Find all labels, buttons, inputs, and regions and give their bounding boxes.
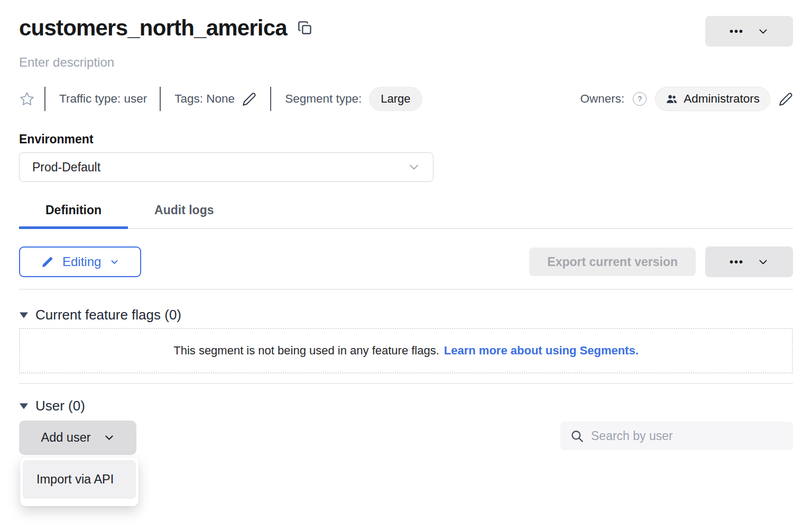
copy-name-button[interactable] (298, 21, 312, 35)
meta-row: Traffic type: user Tags: None Segment ty… (19, 86, 793, 112)
search-by-user-input[interactable] (591, 429, 783, 443)
star-icon (19, 91, 35, 107)
chevron-down-icon (758, 26, 769, 37)
add-user-button[interactable]: Add user (19, 421, 136, 455)
caret-down-icon (19, 403, 29, 410)
owners-group: Owners: ? Administrators (580, 87, 793, 111)
page-title: customers_north_america (19, 16, 287, 40)
segment-type-badge: Large (369, 87, 422, 111)
section-divider (19, 383, 793, 384)
section-divider (19, 289, 793, 290)
toolbar-right: Export current version ••• (529, 246, 793, 277)
search-box (560, 422, 793, 450)
edit-owners-button[interactable] (779, 92, 793, 106)
owners-badge: Administrators (655, 87, 770, 111)
export-current-version-button[interactable]: Export current version (529, 248, 696, 276)
user-row: Add user Import via API (19, 421, 793, 455)
segment-detail-page: customers_north_america ••• Enter descri… (0, 0, 812, 530)
owners-help-icon[interactable]: ? (633, 92, 647, 106)
divider (160, 87, 161, 111)
owners-label: Owners: (580, 92, 624, 106)
toolbar-more-button[interactable]: ••• (705, 246, 793, 277)
header-more-button[interactable]: ••• (705, 16, 793, 47)
copy-icon (298, 21, 312, 35)
tags-label: Tags: None (174, 92, 235, 106)
tags-group: Tags: None (174, 92, 256, 106)
edit-tags-button[interactable] (242, 92, 256, 106)
editing-status-button[interactable]: Editing (19, 246, 141, 277)
user-heading: User (0) (35, 398, 85, 414)
pencil-icon (41, 256, 53, 268)
description-placeholder[interactable]: Enter description (19, 55, 114, 70)
users-icon (666, 93, 678, 105)
menu-item-import-via-api[interactable]: Import via API (23, 460, 136, 499)
add-user-label: Add user (41, 431, 90, 445)
caret-down-icon (19, 312, 29, 319)
toolbar: Editing Export current version ••• (19, 246, 793, 277)
chevron-down-icon (110, 258, 119, 267)
environment-label: Environment (19, 132, 793, 147)
chevron-down-icon (104, 432, 115, 443)
feature-flags-heading: Current feature flags (0) (35, 307, 181, 323)
ellipsis-icon: ••• (730, 257, 744, 267)
feature-flags-section-toggle[interactable]: Current feature flags (0) (19, 307, 181, 323)
environment-selected-value: Prod-Default (32, 160, 100, 175)
tab-bar: Definition Audit logs (19, 203, 793, 229)
empty-state-text: This segment is not being used in any fe… (173, 344, 439, 358)
feature-flags-empty-state: This segment is not being used in any fe… (19, 328, 793, 373)
divider (44, 87, 45, 111)
traffic-type-label: Traffic type: user (59, 92, 147, 106)
segment-type-group: Segment type: Large (285, 87, 422, 111)
divider (270, 87, 271, 111)
title-wrap: customers_north_america (19, 16, 312, 40)
add-user-wrap: Add user Import via API (19, 421, 136, 455)
owners-value: Administrators (684, 92, 760, 106)
header: customers_north_america ••• (19, 16, 793, 47)
add-user-dropdown-menu: Import via API (20, 458, 139, 506)
chevron-down-icon (758, 257, 769, 268)
learn-more-link[interactable]: Learn more about using Segments. (444, 344, 639, 358)
environment-select[interactable]: Prod-Default (19, 152, 433, 182)
tab-definition[interactable]: Definition (19, 203, 128, 228)
chevron-down-icon (408, 161, 420, 173)
pencil-icon (779, 92, 793, 106)
ellipsis-icon: ••• (730, 26, 744, 36)
tab-audit-logs[interactable]: Audit logs (128, 203, 240, 228)
segment-type-label: Segment type: (285, 92, 362, 106)
editing-label: Editing (62, 254, 101, 269)
favorite-star-button[interactable] (19, 91, 35, 107)
search-icon (570, 429, 584, 443)
user-section-toggle[interactable]: User (0) (19, 398, 85, 414)
pencil-icon (242, 92, 256, 106)
